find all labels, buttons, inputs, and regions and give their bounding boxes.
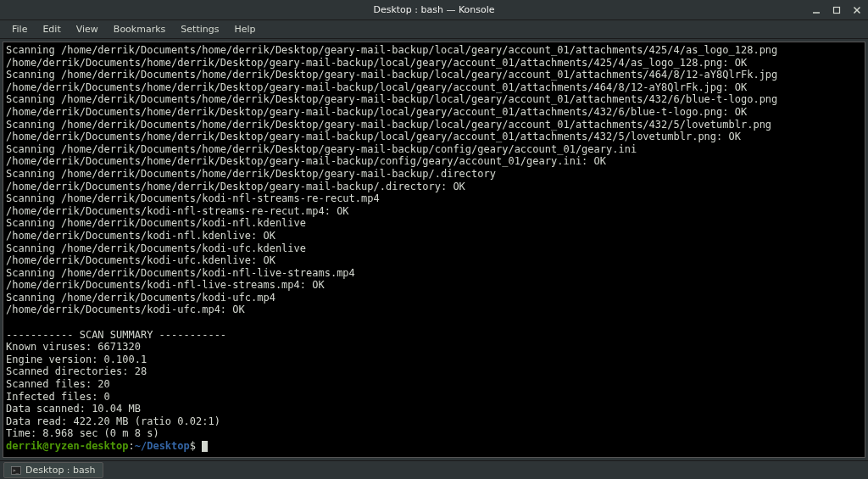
tabbar: >_ Desktop : bash [0,460,868,479]
terminal-line: Data scanned: 10.04 MB [6,403,862,415]
minimize-button[interactable] [810,4,822,16]
terminal-line: /home/derrik/Documents/kodi-ufc.mp4: OK [6,304,862,316]
terminal-line: /home/derrik/Documents/home/derrik/Deskt… [6,106,862,119]
terminal-line: Scanning /home/derrik/Documents/kodi-nfl… [6,267,862,280]
menu-edit[interactable]: Edit [36,21,67,37]
prompt-colon: : [129,440,135,452]
terminal-line: Scanned directories: 28 [6,365,862,378]
terminal-line: Scanning /home/derrik/Documents/home/der… [6,143,862,156]
terminal-icon: >_ [11,466,21,475]
menu-help[interactable]: Help [227,21,262,37]
prompt-symbol: $ [190,440,202,452]
window-controls [810,4,863,16]
svg-rect-1 [834,7,840,13]
terminal-line: /home/derrik/Documents/home/derrik/Deskt… [6,181,862,193]
tab-desktop-bash[interactable]: >_ Desktop : bash [3,462,103,478]
menu-file[interactable]: File [5,21,34,37]
terminal-line: Known viruses: 6671320 [6,341,862,354]
terminal-line: /home/derrik/Documents/home/derrik/Deskt… [6,81,862,94]
terminal-line [6,316,862,329]
menubar: File Edit View Bookmarks Settings Help [0,20,868,39]
prompt-user-host: derrik@ryzen-desktop [6,440,129,452]
terminal-line: Scanning /home/derrik/Documents/kodi-ufc… [6,242,862,255]
terminal-line: /home/derrik/Documents/home/derrik/Deskt… [6,57,862,70]
terminal-line: Scanning /home/derrik/Documents/home/der… [6,119,862,131]
terminal-line: Scanning /home/derrik/Documents/home/der… [6,44,862,57]
terminal-line: /home/derrik/Documents/kodi-ufc.kdenlive… [6,254,862,267]
terminal-line: /home/derrik/Documents/kodi-nfl.kdenlive… [6,230,862,242]
terminal-line: Scanning /home/derrik/Documents/kodi-nfl… [6,217,862,230]
terminal-line: /home/derrik/Documents/home/derrik/Deskt… [6,131,862,143]
terminal[interactable]: Scanning /home/derrik/Documents/home/der… [3,42,865,458]
svg-text:>_: >_ [13,467,19,474]
terminal-line: ----------- SCAN SUMMARY ----------- [6,329,862,342]
menu-bookmarks[interactable]: Bookmarks [107,21,172,37]
prompt-path: ~/Desktop [135,440,190,452]
terminal-frame: Scanning /home/derrik/Documents/home/der… [0,39,868,460]
tab-label: Desktop : bash [25,465,96,476]
terminal-prompt: derrik@ryzen-desktop:~/Desktop$ [6,440,862,453]
terminal-line: /home/derrik/Documents/kodi-nfl-live-str… [6,279,862,292]
terminal-line: /home/derrik/Documents/kodi-nfl-streams-… [6,205,862,218]
terminal-line: Scanning /home/derrik/Documents/home/der… [6,168,862,181]
terminal-line: Time: 8.968 sec (0 m 8 s) [6,427,862,440]
terminal-line: Data read: 422.20 MB (ratio 0.02:1) [6,415,862,428]
close-button[interactable] [851,4,863,16]
terminal-cursor [202,441,208,452]
terminal-line: Scanning /home/derrik/Documents/home/der… [6,69,862,81]
titlebar: Desktop : bash — Konsole [0,0,868,20]
window-title: Desktop : bash — Konsole [373,4,494,15]
terminal-line: Engine version: 0.100.1 [6,354,862,366]
terminal-line: Scanning /home/derrik/Documents/kodi-ufc… [6,292,862,304]
terminal-line: /home/derrik/Documents/home/derrik/Deskt… [6,155,862,168]
terminal-line: Infected files: 0 [6,391,862,404]
terminal-line: Scanned files: 20 [6,378,862,391]
menu-settings[interactable]: Settings [174,21,225,37]
menu-view[interactable]: View [70,21,105,37]
terminal-line: Scanning /home/derrik/Documents/home/der… [6,93,862,106]
terminal-line: Scanning /home/derrik/Documents/kodi-nfl… [6,192,862,205]
maximize-button[interactable] [831,4,843,16]
